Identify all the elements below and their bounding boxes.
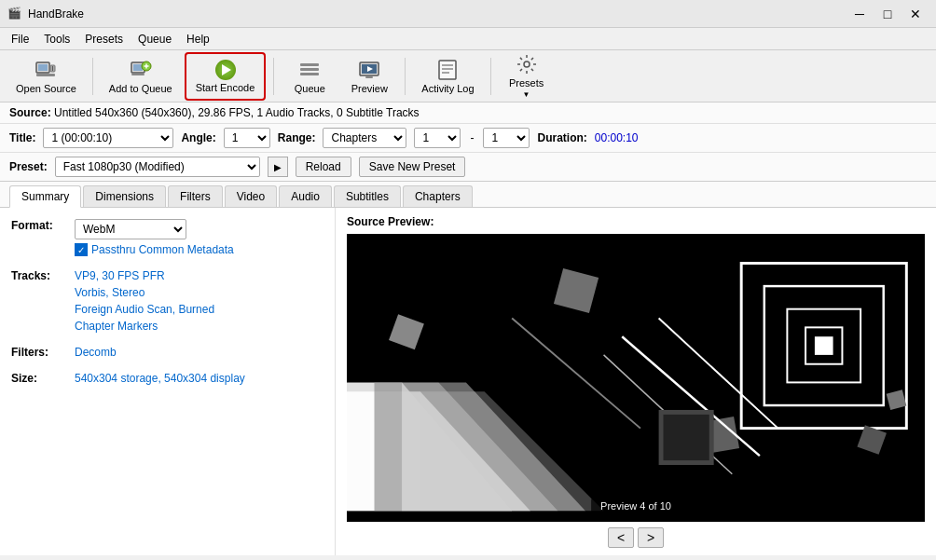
add-to-queue-button[interactable]: Add to Queue bbox=[101, 54, 181, 99]
preview-panel: Source Preview: bbox=[336, 208, 936, 555]
preview-toolbar-label: Preview bbox=[351, 83, 388, 94]
preset-select[interactable]: Fast 1080p30 (Modified) bbox=[55, 157, 260, 177]
svg-point-22 bbox=[524, 61, 530, 67]
size-label: Size: bbox=[11, 372, 67, 385]
queue-label: Queue bbox=[295, 83, 325, 94]
filters-row: Filters: Decomb bbox=[11, 346, 323, 359]
track-2: Vorbis, Stereo bbox=[75, 286, 214, 299]
filters-value: Decomb bbox=[75, 346, 117, 359]
summary-panel: Format: WebM MKV MP4 ✓ Passthru Common M… bbox=[0, 208, 336, 555]
app-icon: 🎬 bbox=[7, 7, 22, 21]
svg-rect-1 bbox=[38, 64, 48, 71]
preview-toolbar-button[interactable]: Preview bbox=[341, 54, 397, 99]
tab-video[interactable]: Video bbox=[225, 185, 277, 207]
source-value: Untitled 540x360 (540x360), 29.86 FPS, 1… bbox=[54, 106, 420, 119]
start-encode-label: Start Encode bbox=[196, 82, 255, 93]
menu-queue[interactable]: Queue bbox=[131, 28, 179, 49]
preview-next-button[interactable]: > bbox=[638, 527, 664, 548]
separator-2 bbox=[273, 58, 274, 95]
tracks-values: VP9, 30 FPS PFR Vorbis, Stereo Foreign A… bbox=[75, 269, 214, 333]
separator-4 bbox=[490, 58, 491, 95]
queue-button[interactable]: Queue bbox=[282, 54, 337, 99]
track-1: VP9, 30 FPS PFR bbox=[75, 269, 214, 282]
size-value: 540x304 storage, 540x304 display bbox=[75, 372, 245, 385]
svg-rect-11 bbox=[300, 63, 319, 66]
queue-icon bbox=[298, 59, 321, 81]
range-from-select[interactable]: 1 bbox=[414, 128, 461, 148]
source-label: Source: bbox=[9, 106, 51, 119]
start-encode-button[interactable]: Start Encode bbox=[188, 56, 263, 97]
main-content: Format: WebM MKV MP4 ✓ Passthru Common M… bbox=[0, 208, 936, 555]
activity-log-button[interactable]: Activity Log bbox=[413, 54, 482, 99]
meta-row: Title: 1 (00:00:10) Angle: 1 Range: Chap… bbox=[0, 124, 936, 153]
passthru-label: Passthru Common Metadata bbox=[91, 243, 234, 256]
presets-icon bbox=[516, 53, 538, 75]
svg-rect-13 bbox=[300, 73, 319, 75]
menu-tools[interactable]: Tools bbox=[36, 28, 77, 49]
app-title: HandBrake bbox=[28, 7, 847, 20]
angle-select[interactable]: 1 bbox=[224, 128, 270, 148]
svg-rect-6 bbox=[133, 64, 143, 71]
format-row: Format: WebM MKV MP4 ✓ Passthru Common M… bbox=[11, 219, 323, 256]
presets-label: Presets bbox=[509, 77, 544, 89]
reload-button[interactable]: Reload bbox=[296, 157, 351, 177]
angle-label: Angle: bbox=[181, 131, 215, 144]
menu-presets[interactable]: Presets bbox=[77, 28, 131, 49]
tab-summary[interactable]: Summary bbox=[9, 185, 81, 208]
size-row: Size: 540x304 storage, 540x304 display bbox=[11, 372, 323, 385]
tab-filters[interactable]: Filters bbox=[168, 185, 223, 207]
title-select[interactable]: 1 (00:00:10) bbox=[43, 128, 173, 148]
open-source-button[interactable]: Open Source bbox=[7, 54, 85, 99]
start-encode-wrapper: Start Encode bbox=[185, 52, 267, 101]
menu-file[interactable]: File bbox=[4, 28, 36, 49]
range-label: Range: bbox=[278, 131, 316, 144]
tab-subtitles[interactable]: Subtitles bbox=[334, 185, 401, 207]
preset-expand-button[interactable]: ▶ bbox=[268, 157, 288, 177]
svg-rect-33 bbox=[815, 336, 833, 355]
tab-chapters[interactable]: Chapters bbox=[403, 185, 473, 207]
format-label: Format: bbox=[11, 219, 67, 256]
presets-button[interactable]: Presets ▼ bbox=[499, 54, 555, 99]
preset-label: Preset: bbox=[9, 160, 48, 173]
passthru-row: ✓ Passthru Common Metadata bbox=[75, 243, 234, 256]
svg-rect-10 bbox=[131, 74, 145, 75]
close-button[interactable]: ✕ bbox=[902, 4, 929, 24]
track-3: Foreign Audio Scan, Burned bbox=[75, 303, 214, 316]
save-new-preset-button[interactable]: Save New Preset bbox=[359, 157, 466, 177]
range-select[interactable]: Chapters bbox=[323, 128, 406, 148]
duration-label: Duration: bbox=[537, 131, 586, 144]
separator-1 bbox=[92, 58, 93, 95]
window-controls: ─ □ ✕ bbox=[847, 4, 929, 24]
svg-rect-42 bbox=[664, 415, 709, 460]
source-bar: Source: Untitled 540x360 (540x360), 29.8… bbox=[0, 102, 936, 124]
maximize-button[interactable]: □ bbox=[874, 4, 901, 24]
tracks-label: Tracks: bbox=[11, 269, 67, 333]
preview-icon bbox=[358, 59, 380, 81]
separator-3 bbox=[405, 58, 406, 95]
open-source-icon bbox=[34, 59, 57, 81]
duration-value: 00:00:10 bbox=[595, 131, 639, 144]
range-to-select[interactable]: 1 bbox=[483, 128, 530, 148]
range-dash: - bbox=[468, 131, 475, 144]
menu-bar: File Tools Presets Queue Help bbox=[0, 28, 936, 50]
menu-help[interactable]: Help bbox=[179, 28, 217, 49]
open-source-label: Open Source bbox=[16, 83, 76, 94]
title-bar: 🎬 HandBrake ─ □ ✕ bbox=[0, 0, 936, 28]
preset-row: Preset: Fast 1080p30 (Modified) ▶ Reload… bbox=[0, 153, 936, 182]
preview-prev-button[interactable]: < bbox=[608, 527, 634, 548]
add-to-queue-label: Add to Queue bbox=[109, 83, 172, 94]
preview-image bbox=[347, 234, 925, 522]
activity-log-icon bbox=[436, 59, 459, 81]
svg-rect-12 bbox=[300, 68, 319, 71]
tab-audio[interactable]: Audio bbox=[279, 185, 332, 207]
preview-container: Preview 4 of 10 bbox=[347, 234, 925, 522]
preview-nav: < > bbox=[347, 527, 925, 548]
title-label: Title: bbox=[9, 131, 35, 144]
minimize-button[interactable]: ─ bbox=[847, 4, 873, 24]
format-select[interactable]: WebM MKV MP4 bbox=[75, 219, 186, 239]
presets-dropdown-icon: ▼ bbox=[523, 90, 530, 99]
passthru-checkbox[interactable]: ✓ bbox=[75, 243, 88, 256]
preview-label: Source Preview: bbox=[347, 215, 925, 228]
tab-dimensions[interactable]: Dimensions bbox=[83, 185, 166, 207]
play-icon bbox=[215, 60, 236, 80]
